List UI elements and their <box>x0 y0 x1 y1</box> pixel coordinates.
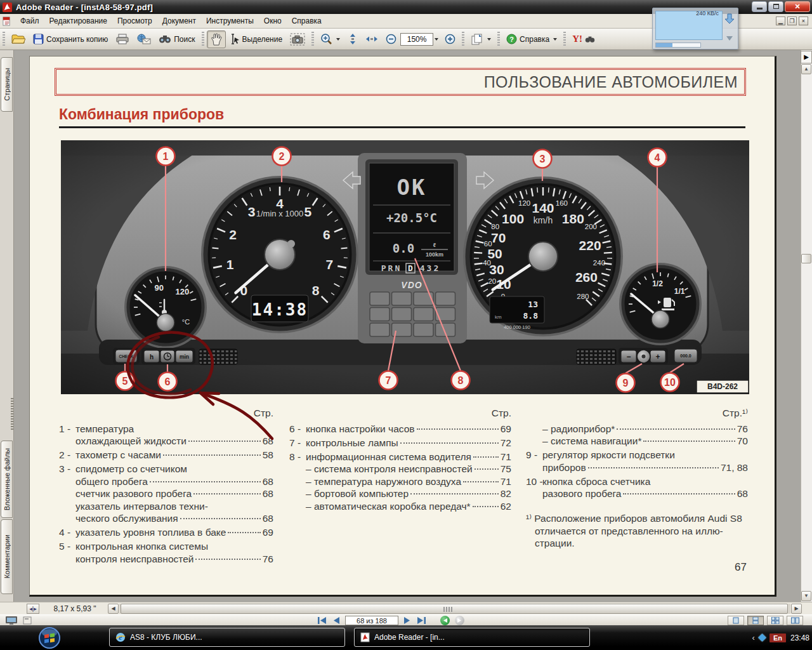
menu-tools[interactable]: Инструменты <box>201 15 259 27</box>
svg-text:8: 8 <box>458 375 464 386</box>
first-page-button[interactable] <box>317 616 327 625</box>
menu-view[interactable]: Просмотр <box>112 15 157 27</box>
open-button[interactable] <box>8 30 29 48</box>
toolbar-grip[interactable] <box>202 32 204 47</box>
panel-splitter-grip[interactable] <box>11 398 13 430</box>
toolbar-grip[interactable] <box>563 32 566 47</box>
taskbar-task-browser[interactable]: e AS8 - КЛУБ ЛЮБИ... <box>109 628 345 647</box>
menu-window[interactable]: Окно <box>259 15 287 27</box>
minimize-button[interactable] <box>752 1 767 12</box>
status-bar: 68 из 188 <box>0 614 812 625</box>
maximize-button[interactable] <box>768 1 783 12</box>
system-tray: ‹ En 23:48 <box>752 625 809 650</box>
print-button[interactable] <box>112 30 133 48</box>
task-label: AS8 - КЛУБ ЛЮБИ... <box>130 633 202 642</box>
save-copy-button[interactable]: Сохранить копию <box>29 30 112 48</box>
tray-chevron-icon[interactable]: ‹ <box>752 633 755 642</box>
tab-attachments[interactable]: Вложенные файлы <box>1 441 13 518</box>
horizontal-scroll-track[interactable] <box>119 604 790 614</box>
legend-header: Стр. <box>289 407 511 420</box>
scroll-left-button[interactable]: ◀ <box>108 604 119 614</box>
taskbar-task-reader[interactable]: Adobe Reader - [in... <box>354 628 590 647</box>
facing-view-button[interactable] <box>787 616 803 625</box>
help-button[interactable]: ? Справка <box>502 30 561 48</box>
download-arrow-icon[interactable] <box>724 13 735 25</box>
menu-edit[interactable]: Редактирование <box>44 15 112 27</box>
scroll-right-button[interactable]: ▶ <box>791 604 802 614</box>
scroll-up-button[interactable]: ▲ <box>801 64 811 74</box>
continuous-facing-view-button[interactable] <box>767 616 783 625</box>
fit-page-button[interactable] <box>344 30 362 48</box>
download-manager-popup[interactable]: 240 КВ/с <box>652 8 738 50</box>
toolbar-grip[interactable] <box>497 32 500 47</box>
page-number-input[interactable]: 68 из 188 <box>345 616 398 625</box>
legend-item: – радиоприбор*76 <box>526 423 748 435</box>
last-page-button[interactable] <box>416 616 426 625</box>
task-label: Adobe Reader - [in... <box>374 633 445 642</box>
zoom-in-tool-button[interactable] <box>317 30 344 48</box>
scroll-down-button[interactable]: ▼ <box>801 591 811 601</box>
tab-comments[interactable]: Комментарии <box>1 519 13 594</box>
zoom-out-button[interactable] <box>382 30 400 48</box>
svg-text:60: 60 <box>484 240 492 248</box>
yahoo-search-button[interactable]: Y! <box>568 30 599 48</box>
svg-text:8: 8 <box>312 283 320 298</box>
zoom-level-input[interactable]: 150% <box>400 33 433 46</box>
vertical-scrollbar[interactable] <box>801 50 812 602</box>
menu-document[interactable]: Документ <box>157 15 201 27</box>
language-indicator[interactable]: En <box>769 633 786 642</box>
page-view-icon[interactable] <box>23 616 32 625</box>
toolbar-grip[interactable] <box>3 32 5 47</box>
svg-text:3: 3 <box>540 154 546 164</box>
svg-text:180: 180 <box>562 211 584 226</box>
single-page-view-button[interactable] <box>728 616 744 625</box>
legend-item: 5 -контрольная кнопка системы <box>59 540 273 553</box>
view-back-button[interactable] <box>440 616 450 625</box>
email-button[interactable] <box>133 30 155 48</box>
previous-page-button[interactable] <box>332 616 340 625</box>
page-navigation: 68 из 188 <box>317 615 464 626</box>
clock-display: 14:38 <box>252 300 308 319</box>
svg-text:7: 7 <box>326 257 334 272</box>
vertical-scroll-thumb[interactable] <box>801 254 811 263</box>
continuous-view-button[interactable] <box>747 616 764 625</box>
document-area[interactable]: ПОЛЬЗОВАНИЕ АВТОМОБИЛЕМ Комбинация прибо… <box>14 50 801 602</box>
splitter-button[interactable]: ◂|▸ <box>27 604 39 614</box>
pane-toggle-button[interactable]: ▶ <box>801 51 812 63</box>
snapshot-button[interactable] <box>286 30 309 48</box>
start-button[interactable] <box>38 627 61 649</box>
horizontal-scroll-thumb[interactable] <box>121 604 788 614</box>
legend-column-1: Стр.1 -температураохлаждающей жидкости68… <box>59 407 273 565</box>
menu-file[interactable]: Файл <box>15 15 44 27</box>
svg-text:OK: OK <box>397 175 427 200</box>
tray-app-icon[interactable] <box>758 633 766 642</box>
zoom-dropdown-icon[interactable] <box>435 38 438 41</box>
hand-tool-button[interactable] <box>207 30 226 48</box>
svg-text:2: 2 <box>229 227 237 242</box>
select-tool-button[interactable]: Выделение <box>226 30 287 48</box>
clock: 23:48 <box>790 633 809 642</box>
search-button[interactable]: Поиск <box>155 30 199 48</box>
mdi-close-button[interactable]: × <box>799 17 808 25</box>
next-page-button[interactable] <box>403 616 411 625</box>
tab-pages[interactable]: Страницы <box>1 57 13 112</box>
zoom-in-button[interactable] <box>441 30 459 48</box>
view-forward-button[interactable] <box>455 616 464 625</box>
svg-text:+: + <box>655 352 660 361</box>
svg-text:30: 30 <box>489 262 504 277</box>
page-layout-button[interactable] <box>467 30 495 48</box>
mdi-restore-button[interactable]: ❐ <box>787 17 797 25</box>
legend-item: указатель интервалов техни- <box>59 500 273 513</box>
svg-text:140: 140 <box>532 201 554 215</box>
legend-item: счетчик разового пробега68 <box>59 488 273 500</box>
mdi-minimize-button[interactable]: ▁ <box>776 17 785 25</box>
chapter-header-box: ПОЛЬЗОВАНИЕ АВТОМОБИЛЕМ <box>55 68 746 96</box>
svg-text:40: 40 <box>483 259 491 267</box>
toolbar-grip[interactable] <box>462 32 464 47</box>
fullscreen-monitor-icon[interactable] <box>5 616 18 625</box>
download-expand-icon[interactable] <box>726 36 733 41</box>
menu-help[interactable]: Справка <box>287 15 327 27</box>
fit-width-button[interactable] <box>362 30 382 48</box>
toolbar-grip[interactable] <box>311 32 314 47</box>
close-button[interactable]: ✕ <box>785 1 810 12</box>
